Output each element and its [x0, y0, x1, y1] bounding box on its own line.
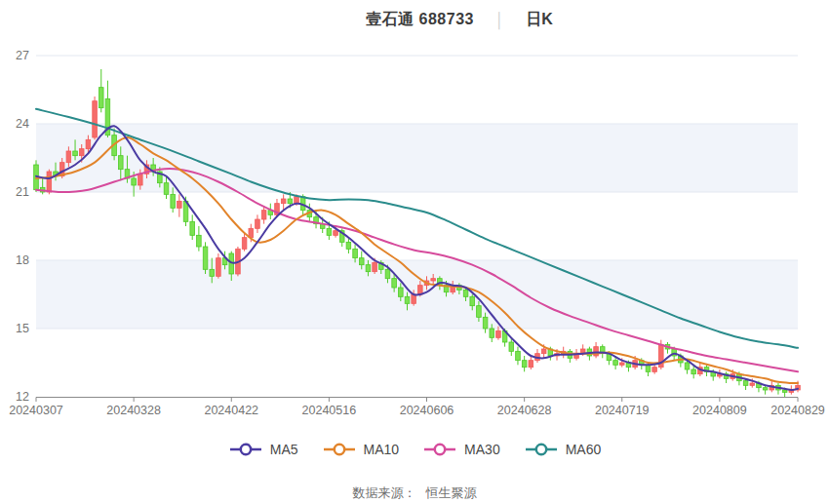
legend-marker-icon: [322, 442, 357, 457]
candle-body: [217, 258, 221, 277]
legend-label: MA30: [464, 442, 500, 457]
x-axis-label: 20240422: [204, 404, 258, 417]
legend-item-ma5[interactable]: MA5: [228, 442, 298, 457]
period-label: 日K: [526, 10, 553, 30]
candle-body: [516, 351, 521, 360]
candle-body: [256, 219, 260, 228]
legend-marker-icon: [422, 442, 457, 457]
candle-body: [190, 221, 195, 235]
candle-body: [431, 279, 436, 281]
candle-body: [66, 151, 71, 163]
grid-band: [36, 124, 798, 192]
y-axis-label: 24: [16, 117, 29, 131]
candle-body: [334, 231, 338, 236]
legend-marker-icon: [524, 442, 559, 457]
candle-body: [496, 330, 501, 337]
y-axis-label: 21: [16, 185, 29, 199]
y-axis-label: 18: [16, 253, 29, 267]
x-axis-label: 20240606: [400, 404, 454, 417]
candle-body: [613, 361, 618, 366]
x-axis-label: 20240307: [9, 404, 63, 417]
candle-body: [210, 269, 215, 276]
legend-item-ma10[interactable]: MA10: [322, 442, 400, 457]
legend-label: MA5: [270, 442, 298, 457]
title-separator: │: [495, 12, 504, 28]
candle-body: [418, 286, 423, 294]
candle-body: [171, 194, 176, 208]
candlestick-chart: 2724211815122024030720240328202404222024…: [0, 39, 829, 429]
chart-legend: MA5MA10MA30MA60: [0, 442, 829, 457]
candle-body: [529, 361, 533, 368]
candle-body: [750, 383, 755, 385]
candle-body: [203, 247, 208, 269]
candle-body: [483, 317, 488, 329]
legend-label: MA60: [566, 442, 602, 457]
legend-marker-icon: [228, 442, 263, 457]
candle-body: [197, 235, 202, 247]
candle-body: [353, 249, 358, 257]
candle-body: [541, 349, 546, 354]
candle-body: [685, 363, 690, 369]
y-axis-label: 15: [16, 322, 29, 335]
candle-body: [373, 262, 377, 271]
candle-body: [691, 369, 696, 374]
candle-body: [619, 363, 624, 365]
candle-body: [242, 238, 247, 250]
candle-body: [47, 172, 52, 192]
candle-body: [385, 269, 390, 278]
legend-item-ma60[interactable]: MA60: [524, 442, 602, 457]
candle-body: [763, 388, 768, 390]
candle-body: [132, 178, 137, 185]
candle-body: [261, 211, 266, 219]
candle-body: [392, 279, 397, 288]
legend-label: MA10: [364, 442, 400, 457]
x-axis-label: 20240809: [692, 404, 747, 417]
candle-body: [93, 101, 98, 137]
candle-body: [138, 174, 143, 185]
candle-body: [652, 368, 657, 372]
candle-body: [646, 365, 651, 371]
x-axis-label: 20240829: [770, 404, 825, 417]
candle-body: [366, 265, 371, 272]
candle-body: [359, 258, 364, 265]
y-axis-label: 27: [16, 49, 29, 62]
candle-body: [79, 149, 84, 156]
candle-body: [509, 342, 514, 351]
candle-body: [281, 199, 286, 204]
x-axis-label: 20240516: [302, 404, 357, 417]
data-source-value: 恒生聚源: [426, 485, 477, 502]
candle-body: [405, 296, 410, 303]
candle-body: [782, 390, 787, 392]
candle-body: [522, 361, 527, 368]
candle-body: [490, 329, 494, 337]
chart-title: 壹石通 688733 │ 日K: [0, 10, 829, 30]
candle-body: [73, 151, 78, 156]
candle-body: [477, 306, 482, 318]
candle-body: [164, 183, 169, 195]
candle-body: [346, 242, 351, 249]
candle-body: [99, 88, 103, 108]
candle-body: [178, 201, 182, 208]
candle-body: [399, 288, 404, 296]
candle-body: [295, 197, 299, 204]
candle-body: [463, 290, 468, 296]
stock-name-code: 壹石通 688733: [366, 10, 474, 30]
candle-body: [86, 139, 91, 148]
data-source-label: 数据来源：: [353, 485, 416, 502]
x-axis-label: 20240719: [595, 404, 650, 417]
legend-item-ma30[interactable]: MA30: [422, 442, 500, 457]
candle-body: [743, 381, 748, 386]
x-axis-label: 20240628: [497, 404, 552, 417]
candle-body: [327, 228, 332, 235]
candle-body: [288, 199, 293, 204]
data-source-footer: 数据来源： 恒生聚源: [0, 485, 829, 502]
y-axis-label: 12: [16, 390, 29, 404]
candle-body: [470, 296, 475, 305]
x-axis-label: 20240328: [106, 404, 161, 417]
candle-body: [118, 156, 123, 170]
